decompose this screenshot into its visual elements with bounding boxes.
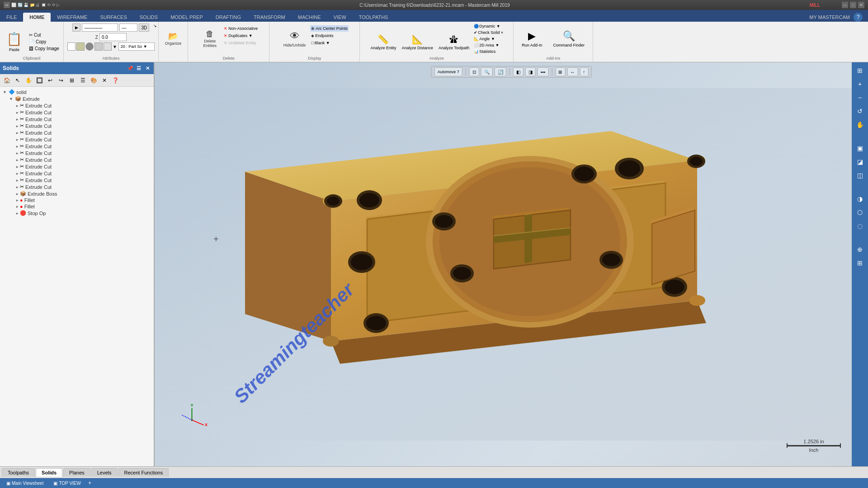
list-item[interactable]: ▸ ✂ Extrude Cut (2, 136, 152, 143)
tb-redo-button[interactable]: ↪ (56, 75, 66, 85)
tb-color-button[interactable]: 🎨 (89, 75, 99, 85)
attributes-expand[interactable]: ↘ (153, 23, 157, 28)
tab-toolpaths[interactable]: TOOLPATHS (353, 13, 395, 22)
tab-solids[interactable]: Solids (36, 468, 62, 477)
tb-help-button[interactable]: ❓ (110, 75, 120, 85)
list-item[interactable]: ▸ ✂ Extrude Cut (2, 129, 152, 136)
maximize-button[interactable]: □ (850, 2, 856, 8)
angle-button[interactable]: 📐 Angle ▼ (472, 36, 505, 42)
command-finder-button[interactable]: 🔍 Command Finder (548, 29, 589, 49)
tab-toolpaths[interactable]: Toolpaths (2, 468, 35, 477)
rp-fit-button[interactable]: ⊞ (854, 64, 866, 77)
rp-zoom-out-button[interactable]: − (854, 91, 866, 104)
color-btn-4[interactable] (94, 42, 103, 51)
3d-button[interactable]: 3D (139, 23, 149, 32)
color-btn-3[interactable] (85, 42, 94, 51)
list-item[interactable]: ▸ ✂ Extrude Cut (2, 170, 152, 177)
rp-shading-button[interactable]: ◑ (854, 192, 866, 205)
tb-3d-button[interactable]: 🔲 (34, 75, 44, 85)
tab-model-prep[interactable]: MODEL PREP (164, 13, 209, 22)
rp-snap-button[interactable]: ⊕ (854, 243, 866, 256)
rp-view2-button[interactable]: ◪ (854, 155, 866, 168)
list-item[interactable]: ▸ ✂ Extrude Cut (2, 109, 152, 116)
panel-pin-button[interactable]: 📌 (127, 65, 134, 72)
tab-levels[interactable]: Levels (91, 468, 118, 477)
rp-wire-button[interactable]: ⬡ (854, 206, 866, 219)
tb-undo-button[interactable]: ↩ (45, 75, 55, 85)
color-btn-2[interactable] (76, 42, 85, 51)
color-btn-5[interactable] (104, 42, 112, 51)
dynamic-button[interactable]: 🔵 Dynamic ▼ (472, 23, 505, 29)
panel-close-button[interactable]: ✕ (144, 65, 151, 72)
delete-entities-button[interactable]: 🗑 DeleteEntities (198, 28, 221, 49)
view-tab-add[interactable]: + (88, 480, 91, 486)
help-icon[interactable]: ? (854, 13, 863, 22)
arc-center-points-button[interactable]: ⊕ Arc Center Points (310, 25, 349, 32)
hide-unhide-button[interactable]: 👁 Hide/Unhide (281, 29, 309, 49)
copy-image-button[interactable]: 🖼 Copy Image (28, 46, 61, 52)
line-style-dropdown[interactable]: ———— (82, 23, 118, 32)
analyze-entity-button[interactable]: 📏 Analyze Entity (368, 33, 398, 51)
view-tab-top[interactable]: ▣ TOP VIEW (49, 480, 85, 487)
analyze-toolpath-button[interactable]: 🛣 Analyze Toolpath (436, 33, 472, 51)
tab-view[interactable]: VIEW (327, 13, 353, 22)
list-item[interactable]: ▸ ✂ Extrude Cut (2, 163, 152, 170)
tb-hand-button[interactable]: ✋ (24, 75, 33, 85)
tab-planes[interactable]: Planes (63, 468, 90, 477)
color-more[interactable]: ▼ (113, 44, 117, 49)
part-dropdown[interactable]: 20 : Part So ▼ (118, 42, 155, 51)
tree-extrude[interactable]: ▼ 📦 Extrude (2, 95, 152, 102)
arrow-btn[interactable]: ▶ (72, 23, 80, 32)
rp-pan-button[interactable]: ✋ (854, 118, 866, 131)
list-item[interactable]: ▸ ● Fillet (2, 203, 152, 210)
tab-wireframe[interactable]: WIREFRAME (51, 13, 94, 22)
view-tab-main[interactable]: ▣ Main Viewsheet (2, 480, 48, 487)
tab-transform[interactable]: TRANSFORM (247, 13, 292, 22)
tab-solids[interactable]: SOLIDS (133, 13, 164, 22)
tree-stop-op[interactable]: ▸ 🛑 Stop Op (2, 210, 152, 216)
tab-drafting[interactable]: DRAFTING (209, 13, 247, 22)
copy-button[interactable]: 📄 Copy (28, 39, 61, 45)
list-item[interactable]: ▸ ✂ Extrude Cut (2, 183, 152, 190)
rp-grid-button[interactable]: ⊞ (854, 257, 866, 269)
z-input[interactable]: 0.0 (99, 33, 127, 41)
list-item[interactable]: ▸ ✂ Extrude Cut (2, 143, 152, 150)
rp-zoom-in-button[interactable]: + (854, 78, 866, 90)
organize-button[interactable]: 📂 Organize (162, 31, 184, 47)
check-solid-button[interactable]: ✔ Check Solid ▼ (472, 30, 505, 35)
tab-home[interactable]: HOME (23, 13, 51, 22)
rp-view3-button[interactable]: ◫ (854, 169, 866, 182)
list-item[interactable]: ▸ 📦 Extrude Boss (2, 190, 152, 197)
duplicates-button[interactable]: ✕ Duplicates ▼ (223, 33, 259, 39)
list-item[interactable]: ▸ ✂ Extrude Cut (2, 102, 152, 109)
minimize-button[interactable]: — (842, 2, 848, 8)
tb-grid-button[interactable]: ⊞ (67, 75, 77, 85)
list-item[interactable]: ▸ ✂ Extrude Cut (2, 156, 152, 163)
line-width-dropdown[interactable]: — (119, 23, 137, 32)
panel-menu-button[interactable]: ☰ (135, 65, 142, 72)
tb-home-button[interactable]: 🏠 (2, 75, 12, 85)
analyze-distance-button[interactable]: 📐 Analyze Distance (399, 33, 435, 51)
tab-machine[interactable]: MACHINE (292, 13, 327, 22)
tb-stack-button[interactable]: ☰ (78, 75, 88, 85)
list-item[interactable]: ▸ ✂ Extrude Cut (2, 116, 152, 122)
list-item[interactable]: ▸ ✂ Extrude Cut (2, 122, 152, 129)
rp-xray-button[interactable]: ◌ (854, 220, 866, 232)
tab-recent-functions[interactable]: Recent Functions (118, 468, 169, 477)
color-btn-1[interactable] (67, 42, 75, 51)
paste-button[interactable]: 📋 Paste (3, 30, 26, 54)
tab-file[interactable]: FILE (0, 13, 23, 22)
viewport[interactable]: Automove 7 ⊡ 🔍 🔄 ◧ ◨ ▪▪▪ ⊞ ↔ ↑ (155, 62, 868, 466)
window-buttons[interactable]: — □ ✕ (842, 2, 864, 8)
run-addin-button[interactable]: ▶ Run Add-In (517, 29, 547, 49)
2d-area-button[interactable]: ⬜ 2D Area ▼ (472, 42, 505, 48)
tab-surfaces[interactable]: SURFACES (94, 13, 133, 22)
close-button[interactable]: ✕ (858, 2, 864, 8)
rp-rotate-button[interactable]: ↺ (854, 105, 866, 117)
list-item[interactable]: ▸ ✂ Extrude Cut (2, 150, 152, 156)
tree-root[interactable]: ▼ 🔷 solid (2, 89, 152, 95)
endpoints-button[interactable]: ◈ Endpoints (310, 33, 349, 39)
blank-button[interactable]: □ Blank ▼ (310, 40, 349, 46)
rp-view1-button[interactable]: ▣ (854, 142, 866, 155)
list-item[interactable]: ▸ ✂ Extrude Cut (2, 177, 152, 183)
